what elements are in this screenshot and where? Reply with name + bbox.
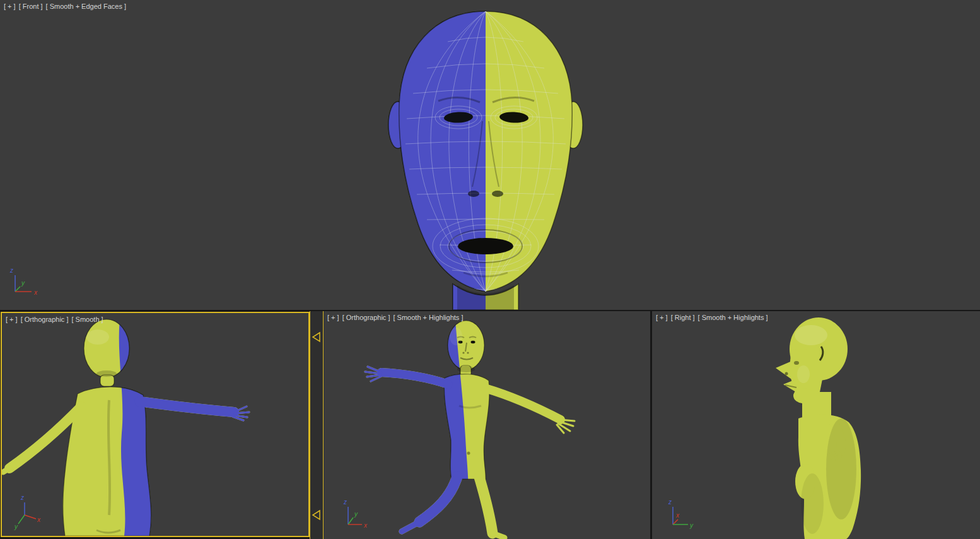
axis-x-label: x: [675, 512, 680, 519]
viewport-front-label: [ + ][ Front ][ Smooth + Edged Faces ]: [4, 3, 129, 10]
mouth-opening: [458, 238, 513, 254]
viewport-menu-view[interactable]: [ Front ]: [19, 3, 43, 10]
viewport-menu-shading[interactable]: [ Smooth + Highlights ]: [393, 314, 463, 321]
viewport-menu-shading[interactable]: [ Smooth + Edged Faces ]: [46, 3, 127, 10]
axis-y-label: y: [14, 523, 18, 530]
body-mesh-yellow-half[interactable]: [365, 321, 575, 538]
axis-gizmo-ortho-a: z x y: [13, 494, 47, 530]
viewport-menu-view[interactable]: [ Orthographic ]: [21, 316, 69, 323]
axis-z-label: z: [668, 499, 672, 506]
axis-x-line: [673, 519, 678, 524]
axis-y-label: y: [354, 511, 358, 518]
head-model[interactable]: [388, 0, 596, 310]
axis-gizmo-front: z y x: [9, 265, 43, 299]
axis-gizmo-right: z x y: [667, 497, 704, 532]
viewport-right-label: [ + ][ Right ][ Smooth + Highlights ]: [656, 314, 771, 321]
axis-x-label: x: [33, 289, 38, 296]
viewport-front[interactable]: [ + ][ Front ][ Smooth + Edged Faces ]: [0, 0, 980, 310]
viewport-ortho-b-label: [ + ][ Orthographic ][ Smooth + Highligh…: [327, 314, 466, 321]
axis-z-label: z: [343, 499, 347, 506]
viewport-menu-view[interactable]: [ Right ]: [671, 314, 695, 321]
body-model-back-view[interactable]: [2, 313, 308, 536]
viewport-menu-shading[interactable]: [ Smooth + Highlights ]: [698, 314, 768, 321]
profile-nostril: [785, 372, 788, 376]
viewport-menu-plus[interactable]: [ + ]: [4, 3, 16, 10]
viewport-menu-plus[interactable]: [ + ]: [656, 314, 668, 321]
viewport-orthographic-active[interactable]: [ + ][ Orthographic ][ Smooth ]: [1, 312, 310, 537]
viewport-area: [ + ][ Front ][ Smooth + Edged Faces ]: [0, 0, 980, 539]
viewport-right[interactable]: [ + ][ Right ][ Smooth + Highlights ]: [652, 311, 980, 539]
axis-y-line: [348, 518, 353, 524]
left-nostril: [468, 191, 479, 197]
axis-y-label: y: [689, 522, 694, 529]
viewport-orthographic-b[interactable]: [ + ][ Orthographic ][ Smooth + Highligh…: [324, 311, 650, 539]
profile-eye: [794, 361, 799, 365]
axis-x-label: x: [37, 516, 41, 523]
axis-z-label: z: [20, 494, 24, 501]
right-nostril: [492, 191, 503, 197]
viewport-menu-plus[interactable]: [ + ]: [327, 314, 339, 321]
viewport-menu-shading[interactable]: [ Smooth ]: [71, 316, 103, 323]
navel: [467, 452, 470, 455]
axis-y-line: [18, 515, 25, 524]
axis-y-line: [15, 287, 20, 292]
axis-y-label: y: [21, 280, 25, 287]
viewport-ortho-a-label: [ + ][ Orthographic ][ Smooth ]: [6, 316, 107, 323]
axis-z-label: z: [9, 267, 13, 274]
splitter-handle-top[interactable]: [312, 331, 322, 344]
axis-gizmo-ortho-b: z y x: [342, 497, 376, 532]
viewport-splitter[interactable]: [310, 311, 324, 539]
right-eye: [471, 341, 475, 343]
axis-x-line: [25, 515, 36, 519]
axis-x-label: x: [363, 522, 368, 529]
splitter-handle-bottom[interactable]: [312, 509, 322, 522]
viewport-menu-view[interactable]: [ Orthographic ]: [342, 314, 390, 321]
viewport-menu-plus[interactable]: [ + ]: [6, 316, 18, 323]
